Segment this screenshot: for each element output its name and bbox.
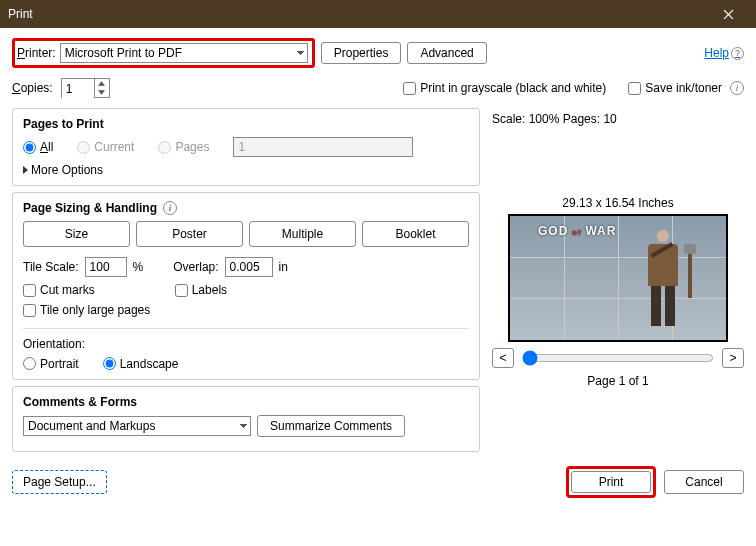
sizing-title: Page Sizing & Handling bbox=[23, 201, 157, 215]
pages-panel: Pages to Print All Current Pages More Op… bbox=[12, 108, 480, 186]
comments-panel: Comments & Forms Document and Markups Su… bbox=[12, 386, 480, 452]
info-icon: i bbox=[163, 201, 177, 215]
print-button[interactable]: Print bbox=[571, 471, 651, 493]
window-title: Print bbox=[8, 7, 33, 21]
percent-label: % bbox=[133, 260, 144, 274]
poster-button[interactable]: Poster bbox=[136, 221, 243, 247]
grayscale-checkbox[interactable]: Print in grayscale (black and white) bbox=[403, 81, 606, 95]
overlap-input[interactable] bbox=[225, 257, 273, 277]
preview-image: GOD of WAR bbox=[508, 214, 728, 342]
chevron-right-icon bbox=[23, 166, 28, 174]
close-icon bbox=[723, 9, 734, 20]
copies-up[interactable] bbox=[95, 79, 109, 88]
pages-range-radio[interactable]: Pages bbox=[158, 140, 209, 154]
help-link[interactable]: Help ? bbox=[704, 46, 744, 60]
orientation-title: Orientation: bbox=[23, 337, 469, 351]
next-page-button[interactable]: > bbox=[722, 348, 744, 368]
prev-page-button[interactable]: < bbox=[492, 348, 514, 368]
booklet-button[interactable]: Booklet bbox=[362, 221, 469, 247]
size-button[interactable]: Size bbox=[23, 221, 130, 247]
copies-input[interactable] bbox=[62, 79, 94, 99]
comments-title: Comments & Forms bbox=[23, 395, 469, 409]
printer-highlight: Printer: Microsoft Print to PDF bbox=[12, 38, 315, 68]
info-icon: i bbox=[730, 81, 744, 95]
overlap-label: Overlap: bbox=[173, 260, 218, 274]
more-options-toggle[interactable]: More Options bbox=[23, 163, 469, 177]
save-ink-label: Save ink/toner bbox=[645, 81, 722, 95]
close-button[interactable] bbox=[708, 0, 748, 28]
help-icon: ? bbox=[731, 47, 744, 60]
pages-range-input[interactable] bbox=[233, 137, 413, 157]
advanced-button[interactable]: Advanced bbox=[407, 42, 486, 64]
properties-button[interactable]: Properties bbox=[321, 42, 402, 64]
character-illustration bbox=[640, 230, 686, 334]
landscape-radio[interactable]: Landscape bbox=[103, 357, 179, 371]
tile-only-checkbox[interactable]: Tile only large pages bbox=[23, 303, 150, 317]
preview-dims: 29.13 x 16.54 Inches bbox=[492, 196, 744, 210]
more-options-label: More Options bbox=[31, 163, 103, 177]
print-highlight: Print bbox=[566, 466, 656, 498]
copies-down[interactable] bbox=[95, 88, 109, 97]
save-ink-checkbox[interactable]: Save ink/toner bbox=[628, 81, 722, 95]
page-slider[interactable] bbox=[522, 350, 714, 366]
labels-checkbox[interactable]: Labels bbox=[175, 283, 227, 297]
copies-label: Copies: bbox=[12, 81, 53, 95]
summarize-button[interactable]: Summarize Comments bbox=[257, 415, 405, 437]
pages-title: Pages to Print bbox=[23, 117, 469, 131]
grayscale-label: Print in grayscale (black and white) bbox=[420, 81, 606, 95]
sizing-panel: Page Sizing & Handling i Size Poster Mul… bbox=[12, 192, 480, 380]
page-indicator: Page 1 of 1 bbox=[492, 374, 744, 388]
page-setup-button[interactable]: Page Setup... bbox=[12, 470, 107, 494]
help-text: Help bbox=[704, 46, 729, 60]
cancel-button[interactable]: Cancel bbox=[664, 470, 744, 494]
sizing-title-row: Page Sizing & Handling i bbox=[23, 201, 469, 215]
titlebar: Print bbox=[0, 0, 756, 28]
portrait-radio[interactable]: Portrait bbox=[23, 357, 79, 371]
printer-label: Printer: bbox=[17, 46, 56, 60]
pages-current-radio[interactable]: Current bbox=[77, 140, 134, 154]
preview-scale-pages: Scale: 100% Pages: 10 bbox=[492, 112, 744, 126]
copies-spinner[interactable] bbox=[61, 78, 110, 98]
printer-select[interactable]: Microsoft Print to PDF bbox=[60, 43, 308, 63]
pages-all-radio[interactable]: All bbox=[23, 140, 53, 154]
tile-scale-label: Tile Scale: bbox=[23, 260, 79, 274]
multiple-button[interactable]: Multiple bbox=[249, 221, 356, 247]
cut-marks-checkbox[interactable]: Cut marks bbox=[23, 283, 95, 297]
game-logo: GOD of WAR bbox=[538, 224, 616, 238]
overlap-unit: in bbox=[279, 260, 288, 274]
comments-select[interactable]: Document and Markups bbox=[23, 416, 251, 436]
tile-scale-input[interactable] bbox=[85, 257, 127, 277]
